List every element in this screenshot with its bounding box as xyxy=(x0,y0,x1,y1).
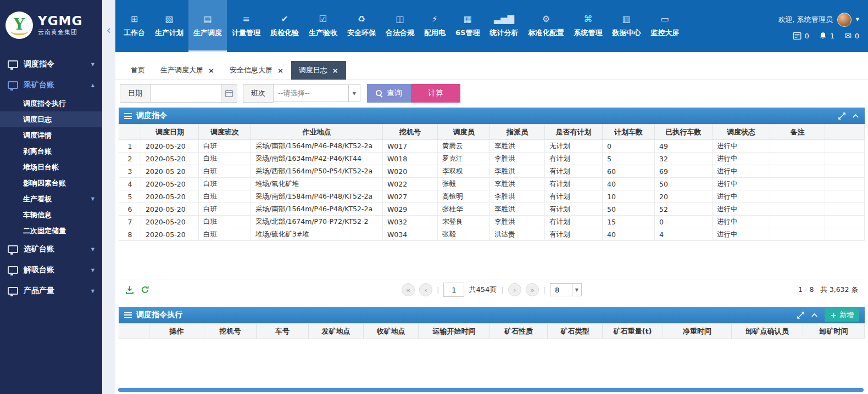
sidebar-collapse-handle[interactable]: ‹ xyxy=(102,0,115,394)
search-button[interactable]: 查询 xyxy=(367,84,411,103)
nav-item-workbench[interactable]: ⊞工作台 xyxy=(119,0,150,52)
nav-item-production-plan[interactable]: ▧生产计划 xyxy=(150,0,188,52)
nav-item-quality[interactable]: ✔质检化验 xyxy=(265,0,304,52)
nav-item-data-center[interactable]: ▥数据中心 xyxy=(607,0,646,52)
date-input[interactable] xyxy=(151,85,221,102)
table-cell: 进行中 xyxy=(713,178,770,190)
sidebar-item-label: 堆场日台帐 xyxy=(23,162,59,172)
table-cell: 张毅 xyxy=(438,178,490,190)
first-page-button[interactable]: « xyxy=(402,283,415,296)
row-index: 1 xyxy=(119,140,141,153)
user-dropdown-caret-icon[interactable]: ▼ xyxy=(856,17,859,22)
tab-close-icon[interactable]: × xyxy=(332,67,338,74)
sidebar-item-dispatch-log[interactable]: 调度日志 xyxy=(0,111,102,127)
message-counter[interactable]: ✉ 0 xyxy=(844,32,859,40)
sidebar-item-dispatch-detail[interactable]: 调度详情 xyxy=(0,127,102,143)
tab-home[interactable]: 首页 xyxy=(123,61,153,80)
sidebar-item-dispatch-command-execution[interactable]: 调度指令执行 xyxy=(0,95,102,111)
sidebar-item-product-output[interactable]: 产品产量▼ xyxy=(0,280,102,301)
shift-select[interactable]: --请选择-- ▼ xyxy=(274,85,360,102)
column-header: 备注 xyxy=(770,125,825,140)
table-row[interactable]: 62020-05-20白班采场/南部/1564m/P46-P48/KT52-2a… xyxy=(119,203,865,216)
page-number-input[interactable] xyxy=(443,283,464,297)
table-cell: 50 xyxy=(655,178,713,190)
table-row[interactable]: 42020-05-20白班堆场/氧化矿堆W022张毅李胜洪有计划4050进行中 xyxy=(119,178,865,190)
nav-item-acceptance[interactable]: ☑生产验收 xyxy=(304,0,342,52)
page-size-value: 8 xyxy=(555,286,559,294)
table-cell xyxy=(770,216,825,228)
table-cell xyxy=(770,228,825,241)
sidebar-item-vehicle-info[interactable]: 车辆信息 xyxy=(0,207,102,223)
table-row[interactable]: 12020-05-20白班采场/南部/1564m/P46-P48/KT52-2a… xyxy=(119,140,865,153)
export-download-icon[interactable] xyxy=(125,285,134,294)
collapse-panel-icon[interactable] xyxy=(852,112,859,120)
table-cell: 白班 xyxy=(199,178,251,190)
add-record-button[interactable]: + 新增 xyxy=(825,308,859,322)
prev-page-button[interactable]: ‹ xyxy=(419,283,432,296)
page-size-select[interactable]: 8 ▼ xyxy=(550,283,582,296)
nav-item-compliance[interactable]: ◫合法合规 xyxy=(381,0,419,52)
dispatch-command-panel-footer: « ‹ | 共454页 | › » | 8 ▼ 1 - 8 共 3,632 条 xyxy=(119,279,865,300)
table-row[interactable]: 32020-05-20白班采场/西部/1564m/P50-P54/KT52-2a… xyxy=(119,165,865,178)
tab-dispatch-log[interactable]: 调度日志× xyxy=(291,61,346,80)
nav-item-safety-env[interactable]: ♻安全环保 xyxy=(342,0,381,52)
nav-item-production-dispatch[interactable]: ▤生产调度 xyxy=(188,0,227,52)
sidebar-item-production-board[interactable]: 生产看板▼ xyxy=(0,191,102,207)
nav-item-6s[interactable]: ▦6S管理 xyxy=(450,0,485,52)
sidebar-item-stripping-ledger[interactable]: 剥离台账 xyxy=(0,143,102,159)
collapse-panel-icon[interactable] xyxy=(811,312,818,319)
next-page-button[interactable]: › xyxy=(508,283,521,296)
nav-item-statistics[interactable]: ▃▅▇统计分析 xyxy=(485,0,523,52)
tab-production-dispatch-screen[interactable]: 生产调度大屏× xyxy=(153,61,222,80)
row-index: 7 xyxy=(119,216,141,228)
sidebar-menu: 调度指令▼采矿台账▲调度指令执行调度日志调度详情剥离台账堆场日台帐影响因素台账生… xyxy=(0,54,102,301)
sidebar-item-beneficiation-ledger[interactable]: 选矿台账▼ xyxy=(0,239,102,260)
sidebar-item-yard-daily-ledger[interactable]: 堆场日台帐 xyxy=(0,159,102,175)
table-cell: 进行中 xyxy=(713,203,770,216)
tab-safety-info-screen[interactable]: 安全信息大屏× xyxy=(222,61,291,80)
nav-item-power[interactable]: ⚡配用电 xyxy=(419,0,450,52)
alert-counter[interactable]: 1 xyxy=(819,32,834,40)
table-row[interactable]: 52020-05-20白班采场/南部/1584m/P46-P48/KT52-2a… xyxy=(119,190,865,203)
table-row[interactable]: 22020-05-20白班采场/南部/1634m/P42-P46/KT44W01… xyxy=(119,153,865,165)
sidebar-item-influence-factor-ledger[interactable]: 影响因素台账 xyxy=(0,175,102,191)
table-row[interactable]: 72020-05-20白班采场/北部/1674m/P70-P72/KT52-2W… xyxy=(119,216,865,228)
compliance-doc-icon: ◫ xyxy=(396,14,404,24)
calendar-icon[interactable] xyxy=(221,85,237,102)
avatar[interactable] xyxy=(837,13,852,27)
refresh-icon[interactable] xyxy=(141,285,149,294)
table-cell: 李胜洪 xyxy=(490,190,545,203)
horizontal-scrollbar[interactable] xyxy=(118,388,864,392)
nav-item-measurement[interactable]: ≡计量管理 xyxy=(227,0,265,52)
table-cell: 白班 xyxy=(199,203,251,216)
sidebar-item-secondary-fixed-reserve[interactable]: 二次固定储量 xyxy=(0,223,102,239)
row-index: 2 xyxy=(119,153,141,165)
calculate-button[interactable]: 计算 xyxy=(411,84,460,103)
nav-item-system[interactable]: ⌘系统管理 xyxy=(569,0,607,52)
table-cell: 黄腾云 xyxy=(438,140,490,153)
panel-title: 调度指令执行 xyxy=(136,310,182,320)
table-cell: W017 xyxy=(383,140,438,153)
chevron-down-icon: ▼ xyxy=(91,196,94,201)
production-plan-icon: ▧ xyxy=(165,14,173,24)
record-range-info: 1 - 8 共 3,632 条 xyxy=(798,285,858,295)
tab-close-icon[interactable]: × xyxy=(277,67,283,74)
last-page-button[interactable]: » xyxy=(526,283,539,296)
tab-label: 安全信息大屏 xyxy=(230,65,272,75)
expand-panel-icon[interactable] xyxy=(838,112,845,120)
tab-close-icon[interactable]: × xyxy=(208,67,214,74)
table-cell: W027 xyxy=(383,190,438,203)
sidebar-item-mining-ledger[interactable]: 采矿台账▲ xyxy=(0,75,102,95)
monitor-icon xyxy=(8,287,18,295)
sidebar-item-desorption-ledger[interactable]: 解吸台账▼ xyxy=(0,260,102,280)
expand-panel-icon[interactable] xyxy=(797,312,804,319)
table-row[interactable]: 82020-05-20白班堆场/硫化矿3#堆W034张毅洪达贵有计划404进行中 xyxy=(119,228,865,241)
logo: Y YGMG 云南黄金集团 xyxy=(0,0,102,49)
sidebar-item-dispatch-command[interactable]: 调度指令▼ xyxy=(0,54,102,75)
table-cell: 2020-05-20 xyxy=(141,140,199,153)
nav-item-standard-config[interactable]: ⚙标准化配置 xyxy=(523,0,569,52)
column-header: 发矿地点 xyxy=(309,324,364,339)
todo-counter[interactable]: 0 xyxy=(793,32,809,40)
nav-item-monitor-screen[interactable]: ▭监控大屏 xyxy=(646,0,684,52)
row-index: 8 xyxy=(119,228,141,241)
